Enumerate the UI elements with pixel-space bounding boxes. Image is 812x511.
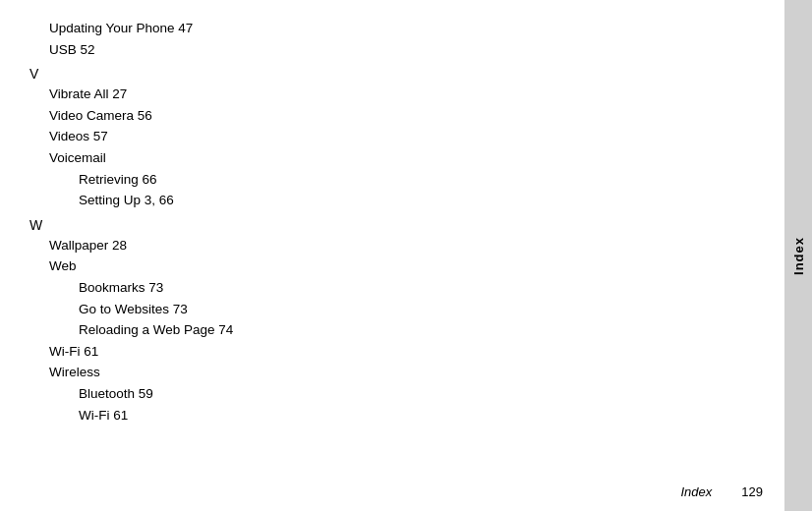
section-letter-w: W bbox=[29, 217, 763, 233]
index-entry: Wi-Fi 61 bbox=[29, 341, 763, 363]
index-entry: Bluetooth 59 bbox=[29, 383, 763, 405]
index-entry: Video Camera 56 bbox=[29, 105, 763, 127]
index-entry: Setting Up 3, 66 bbox=[29, 190, 763, 211]
index-side-tab: Index bbox=[784, 0, 812, 511]
index-entry: Updating Your Phone 47 bbox=[29, 18, 763, 39]
index-content: Updating Your Phone 47USB 52VVibrate All… bbox=[20, 10, 763, 426]
side-tab-label: Index bbox=[791, 237, 806, 275]
footer-label: Index bbox=[680, 484, 712, 499]
page-footer: Index 129 bbox=[680, 484, 763, 499]
index-entry: Web bbox=[29, 256, 763, 277]
index-entry: USB 52 bbox=[29, 39, 763, 61]
index-entry: Go to Websites 73 bbox=[29, 299, 763, 320]
page-container: Index Updating Your Phone 47USB 52VVibra… bbox=[0, 0, 812, 511]
index-entry: Wireless bbox=[29, 362, 763, 383]
index-entry: Wi-Fi 61 bbox=[29, 405, 763, 426]
footer-page-number: 129 bbox=[741, 484, 763, 499]
index-entry: Vibrate All 27 bbox=[29, 84, 763, 105]
index-entry: Bookmarks 73 bbox=[29, 277, 763, 299]
index-entry: Wallpaper 28 bbox=[29, 235, 763, 256]
index-entry: Voicemail bbox=[29, 147, 763, 169]
index-entry: Retrieving 66 bbox=[29, 169, 763, 191]
index-entry: Reloading a Web Page 74 bbox=[29, 319, 763, 341]
section-letter-v: V bbox=[29, 66, 763, 82]
index-entry: Videos 57 bbox=[29, 126, 763, 147]
